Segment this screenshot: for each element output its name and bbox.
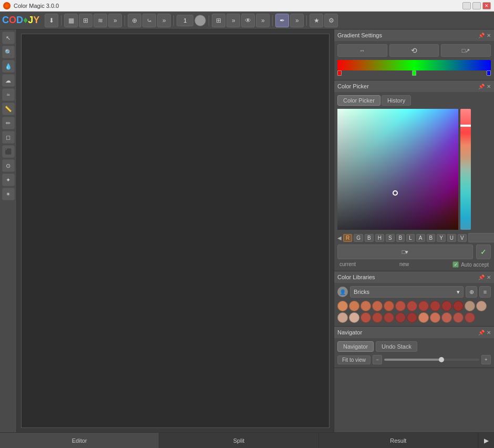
- tool-ruler[interactable]: 📏: [2, 103, 15, 115]
- hex-input[interactable]: [468, 233, 494, 242]
- color-libraries-close-icon[interactable]: ✕: [487, 274, 491, 280]
- toolbar-pen-btn[interactable]: ✒: [275, 14, 289, 27]
- tool-eyedropper[interactable]: 💧: [2, 60, 15, 73]
- channel-btn-v[interactable]: V: [458, 234, 467, 242]
- tab-result[interactable]: Result: [319, 433, 478, 448]
- tab-nav-arrow[interactable]: ▶: [478, 433, 494, 448]
- toolbar-transform-btn[interactable]: ⊞: [212, 14, 225, 27]
- toolbar-grid-btn[interactable]: ▦: [64, 14, 78, 27]
- color-swatch[interactable]: [465, 301, 475, 311]
- navigator-close-icon[interactable]: ✕: [487, 330, 491, 335]
- toolbar-more-btn[interactable]: »: [108, 14, 122, 27]
- color-swatch[interactable]: [430, 301, 440, 311]
- swatch-button[interactable]: □▾: [337, 245, 473, 259]
- close-button[interactable]: ✕: [482, 2, 491, 9]
- color-picker-close-icon[interactable]: ✕: [487, 84, 491, 89]
- channel-btn-b[interactable]: B: [365, 234, 374, 242]
- color-swatch[interactable]: [361, 312, 371, 323]
- color-swatch[interactable]: [430, 312, 440, 323]
- color-libraries-pin-icon[interactable]: 📌: [478, 274, 485, 280]
- tool-wand[interactable]: ✴: [2, 188, 15, 200]
- channel-btn-l[interactable]: L: [406, 234, 415, 242]
- toolbar-lasso-btn[interactable]: ⤿: [142, 14, 156, 27]
- channel-btn-g[interactable]: G: [354, 234, 363, 242]
- tab-editor[interactable]: Editor: [0, 433, 159, 448]
- tab-history[interactable]: History: [382, 95, 411, 106]
- canvas[interactable]: [21, 34, 330, 428]
- toolbar-page-num[interactable]: 1: [177, 15, 193, 26]
- toolbar-stamp-btn[interactable]: ⊕: [128, 14, 141, 27]
- color-swatch[interactable]: [441, 312, 452, 323]
- gradient-tab-linear[interactable]: ↔: [337, 44, 387, 57]
- tool-fill[interactable]: ⬛: [2, 145, 15, 158]
- channel-btn-b2[interactable]: B: [396, 234, 405, 242]
- channel-btn-a[interactable]: A: [416, 234, 425, 242]
- color-swatch[interactable]: [418, 312, 429, 323]
- color-hue-strip[interactable]: [460, 109, 471, 230]
- nav-zoom-in-btn[interactable]: +: [481, 355, 491, 364]
- toolbar-more4-btn[interactable]: »: [256, 14, 270, 27]
- maximize-button[interactable]: □: [472, 2, 481, 9]
- auto-accept-checkbox[interactable]: ✓: [452, 261, 459, 268]
- color-swatch[interactable]: [372, 312, 383, 323]
- toolbar-settings-btn[interactable]: ⚙: [324, 14, 338, 27]
- channel-btn-r[interactable]: R: [343, 234, 352, 242]
- gradient-bar[interactable]: [337, 60, 491, 70]
- toolbar-wifi-btn[interactable]: ≋: [94, 14, 107, 27]
- tab-undo-stack[interactable]: Undo Stack: [376, 341, 417, 352]
- tab-color-picker[interactable]: Color Picker: [337, 95, 380, 106]
- gradient-tab-radial[interactable]: ⟲: [389, 44, 439, 57]
- color-swatch[interactable]: [349, 301, 359, 311]
- toolbar-more2-btn[interactable]: »: [157, 14, 171, 27]
- color-swatch[interactable]: [337, 312, 348, 323]
- tab-navigator[interactable]: Navigator: [337, 341, 374, 352]
- color-swatch[interactable]: [349, 312, 359, 323]
- toolbar-save-btn[interactable]: ⬇: [45, 14, 58, 27]
- accept-button[interactable]: ✓: [476, 245, 491, 259]
- gradient-stop-red[interactable]: [337, 70, 342, 76]
- tool-zoom[interactable]: 🔍: [2, 46, 15, 58]
- color-swatch[interactable]: [465, 312, 475, 323]
- library-add-btn[interactable]: ⊕: [466, 286, 477, 298]
- gradient-tab-export[interactable]: □↗: [441, 44, 491, 57]
- library-dropdown[interactable]: Bricks ▾: [350, 286, 464, 298]
- tool-spray[interactable]: ✦: [2, 174, 15, 186]
- color-swatch[interactable]: [395, 301, 406, 311]
- minimize-button[interactable]: —: [462, 2, 471, 9]
- tool-dropper2[interactable]: ⊙: [2, 159, 15, 172]
- channel-btn-u[interactable]: U: [447, 234, 456, 242]
- color-swatch[interactable]: [337, 301, 348, 311]
- color-swatch[interactable]: [372, 301, 383, 311]
- gradient-stop-blue[interactable]: [487, 70, 491, 76]
- tool-smudge[interactable]: ☁: [2, 74, 15, 87]
- color-swatch[interactable]: [395, 312, 406, 323]
- library-menu-btn[interactable]: ≡: [479, 286, 491, 298]
- toolbar-grid2-btn[interactable]: ⊞: [79, 14, 92, 27]
- toolbar-star-btn[interactable]: ★: [310, 14, 323, 27]
- color-swatch[interactable]: [407, 301, 417, 311]
- channel-arrow-left[interactable]: ◀: [337, 235, 342, 241]
- tool-texture[interactable]: ≈: [2, 88, 15, 101]
- tab-split[interactable]: Split: [159, 433, 318, 448]
- color-swatch[interactable]: [361, 301, 371, 311]
- fit-to-view-button[interactable]: Fit to view: [337, 355, 370, 364]
- nav-slider[interactable]: [384, 359, 479, 361]
- gradient-stop-green[interactable]: [412, 70, 416, 76]
- gradient-close-icon[interactable]: ✕: [487, 33, 491, 38]
- toolbar-more3-btn[interactable]: »: [227, 14, 240, 27]
- channel-btn-h[interactable]: H: [375, 234, 384, 242]
- toolbar-more5-btn[interactable]: »: [290, 14, 304, 27]
- tool-pencil[interactable]: ✏: [2, 117, 15, 129]
- color-swatch[interactable]: [441, 301, 452, 311]
- color-swatch[interactable]: [384, 312, 394, 323]
- channel-btn-s[interactable]: S: [386, 234, 395, 242]
- color-swatch[interactable]: [476, 301, 487, 311]
- color-swatch[interactable]: [453, 312, 464, 323]
- color-swatch[interactable]: [407, 312, 417, 323]
- gradient-pin-icon[interactable]: 📌: [478, 33, 485, 38]
- navigator-pin-icon[interactable]: 📌: [478, 330, 485, 335]
- tool-eraser[interactable]: ◻: [2, 131, 15, 144]
- toolbar-eye-btn[interactable]: 👁: [241, 14, 255, 27]
- nav-zoom-out-btn[interactable]: −: [373, 355, 382, 364]
- color-swatch[interactable]: [418, 301, 429, 311]
